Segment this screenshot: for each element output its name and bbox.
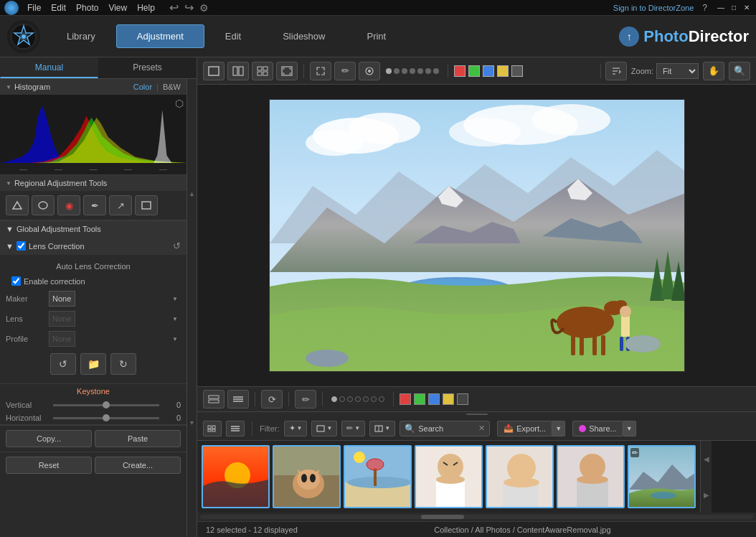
menu-edit[interactable]: Edit [51, 3, 66, 13]
horizontal-slider[interactable] [53, 417, 159, 419]
color-swatch-green[interactable] [468, 65, 480, 77]
color-swatch-yellow[interactable] [497, 65, 509, 77]
menu-help[interactable]: Help [137, 3, 155, 13]
tool-pen[interactable]: ✒ [83, 195, 106, 215]
folder-btn[interactable]: 📁 [80, 353, 106, 375]
export-dropdown-btn[interactable]: ▼ [552, 421, 565, 436]
tool-polygon[interactable] [6, 195, 29, 215]
thumb-woman2[interactable] [486, 445, 554, 508]
tab-library[interactable]: Library [46, 24, 116, 48]
help-icon[interactable]: ? [702, 3, 707, 13]
histogram-header[interactable]: ▼ Histogram Color | B&W [0, 79, 186, 95]
maximize-btn[interactable]: □ [729, 3, 739, 13]
color2-green[interactable] [414, 393, 425, 405]
filmstrip-next-btn[interactable]: ▶ [701, 477, 712, 513]
lens-header[interactable]: ▼ Lens Correction ↺ [0, 237, 186, 255]
lens-collapse[interactable]: ▼ [6, 242, 14, 251]
edit-btn-1[interactable]: ✏ [295, 390, 316, 408]
tab-print[interactable]: Print [346, 24, 407, 48]
global-collapse[interactable]: ▼ [6, 225, 14, 233]
view-single-btn[interactable] [203, 62, 225, 80]
export-btn[interactable]: 📤 Export... [497, 421, 552, 436]
filter-btn-2[interactable]: ▼ [311, 421, 337, 436]
thumb-mountain[interactable]: ✏ [628, 445, 696, 508]
fs-view-btn-1[interactable] [203, 421, 222, 436]
create-btn[interactable]: Create... [95, 457, 181, 474]
view-fullscreen-btn[interactable] [276, 62, 298, 80]
undo-icon[interactable]: ↩ [169, 1, 179, 14]
search-tool-btn[interactable]: 🔍 [729, 62, 750, 80]
color-swatch-gray[interactable] [511, 65, 523, 77]
share-dropdown-btn[interactable]: ▼ [623, 421, 636, 436]
view-list-btn[interactable] [227, 390, 249, 408]
maker-select[interactable]: None [49, 291, 75, 307]
scrollbar-thumb[interactable] [421, 515, 464, 519]
subtab-manual[interactable]: Manual [0, 57, 98, 78]
tool-rect[interactable] [135, 195, 158, 215]
filter-btn-4[interactable]: ▼ [369, 421, 395, 436]
scroll-down[interactable]: ▼ [187, 308, 197, 537]
rotate-left-btn[interactable]: ↺ [50, 353, 76, 375]
enable-correction-checkbox[interactable] [11, 276, 21, 286]
tab-slideshow[interactable]: Slideshow [262, 24, 346, 48]
color2-blue[interactable] [428, 393, 440, 405]
thumb-sunset[interactable] [202, 445, 270, 508]
fs-view-btn-2[interactable] [226, 421, 245, 436]
view-strip-btn[interactable] [203, 390, 225, 408]
hand-tool-btn[interactable]: ✋ [703, 62, 724, 80]
color-swatch-blue[interactable] [483, 65, 494, 77]
tool-brush[interactable]: ◉ [57, 195, 80, 215]
pencil-tool-btn[interactable]: ✏ [334, 62, 356, 80]
sign-in-link[interactable]: Sign in to DirectorZone [613, 4, 694, 12]
histogram-icon[interactable]: ⬡ [175, 98, 184, 109]
move-tool-btn[interactable] [310, 62, 331, 80]
tab-adjustment[interactable]: Adjustment [116, 24, 204, 48]
vertical-slider[interactable] [53, 404, 159, 406]
reset-btn[interactable]: Reset [6, 457, 92, 474]
rotate-right-btn[interactable]: ↻ [110, 353, 136, 375]
lens-checkbox[interactable] [16, 241, 26, 251]
color2-red[interactable] [400, 393, 411, 405]
histogram-color-btn[interactable]: Color [133, 83, 152, 91]
filter-btn-1[interactable]: ✦▼ [284, 421, 308, 436]
lens-undo-btn[interactable]: ↺ [173, 241, 181, 251]
view-compare-btn[interactable] [227, 62, 249, 80]
subtab-presets[interactable]: Presets [98, 57, 197, 78]
tool-radial[interactable] [32, 195, 55, 215]
lens-select[interactable]: None [49, 311, 75, 327]
filmstrip-prev-btn[interactable]: ◀ [701, 441, 712, 477]
color2-yellow[interactable] [443, 393, 454, 405]
close-btn[interactable]: ✕ [742, 3, 752, 13]
regional-header[interactable]: ▼ Regional Adjustment Tools [0, 175, 186, 191]
profile-select[interactable]: None [49, 331, 75, 347]
thumb-woman1[interactable] [415, 445, 483, 508]
menu-view[interactable]: View [108, 3, 127, 13]
histogram-collapse[interactable]: ▼ [6, 84, 11, 90]
thumb-woman3[interactable] [557, 445, 625, 508]
sort-btn[interactable] [605, 62, 627, 80]
search-clear-btn[interactable]: ✕ [478, 424, 485, 433]
histogram-bw-btn[interactable]: B&W [163, 83, 181, 91]
tool-3[interactable] [359, 62, 380, 80]
search-input[interactable] [418, 424, 476, 433]
menu-photo[interactable]: Photo [76, 3, 98, 13]
color-swatch-red[interactable] [454, 65, 466, 77]
copy-btn[interactable]: Copy... [6, 430, 92, 447]
menu-file[interactable]: File [27, 3, 41, 13]
color2-dark[interactable] [457, 393, 468, 405]
thumb-beach[interactable] [344, 445, 412, 508]
tab-edit[interactable]: Edit [204, 24, 262, 48]
filter-btn-3[interactable]: ✏▼ [341, 421, 365, 436]
share-btn[interactable]: Share... [572, 421, 623, 436]
regional-collapse[interactable]: ▼ [6, 180, 11, 187]
scroll-up[interactable]: ▲ [187, 79, 197, 308]
view-grid-btn[interactable] [252, 62, 273, 80]
zoom-select[interactable]: Fit 100% 50% [656, 63, 699, 79]
paste-btn[interactable]: Paste [95, 430, 181, 447]
thumb-cat[interactable] [273, 445, 341, 508]
redo-icon[interactable]: ↪ [184, 1, 194, 14]
minimize-btn[interactable]: — [716, 3, 726, 13]
global-adj-header[interactable]: ▼ Global Adjustment Tools [0, 220, 186, 237]
tool-gradient[interactable]: ↗ [109, 195, 132, 215]
filmstrip-scrollbar[interactable] [197, 513, 756, 521]
